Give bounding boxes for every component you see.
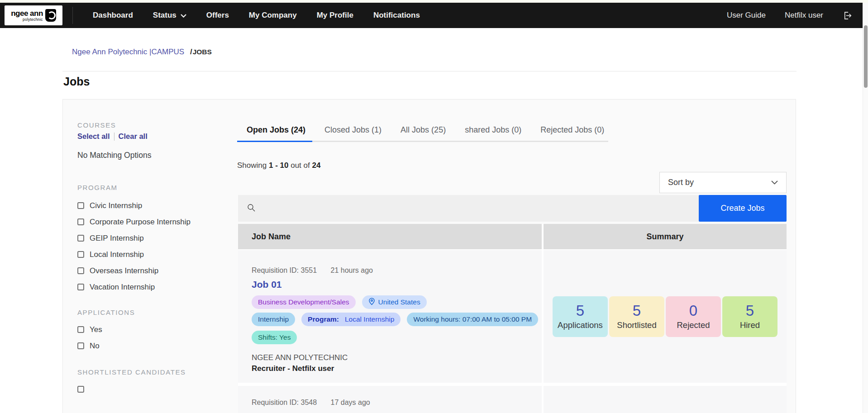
column-header-summary: Summary — [544, 224, 787, 249]
hired-count: 5 — [746, 303, 754, 319]
tab-track — [237, 141, 608, 142]
breadcrumb-root-link[interactable]: Ngee Ann Polytechnic |CAMPUS — [72, 47, 184, 56]
civic-internship-checkbox[interactable] — [77, 202, 84, 209]
courses-section-label: COURSES — [77, 121, 191, 129]
company-name: NGEE ANN POLYTECHNIC — [252, 353, 533, 362]
program-section-label: PROGRAM — [77, 184, 191, 191]
table-row: Requisition ID: 3548 17 days ago Content… — [238, 386, 787, 413]
shortlisted-card: 5 Shortlisted — [609, 296, 664, 337]
nav-item-my-company[interactable]: My Company — [249, 11, 297, 20]
program-option-geip: GEIP Internship — [77, 233, 191, 243]
navbar: ngee ann polytechnic Dashboard Status Of… — [0, 3, 868, 28]
results-count: Showing 1 - 10 out of 24 — [237, 161, 787, 170]
hired-card: 5 Hired — [722, 296, 777, 337]
nav-item-my-profile[interactable]: My Profile — [317, 11, 353, 20]
program-tag: Program: Local Internship — [301, 313, 401, 326]
location-tag: United States — [362, 295, 427, 309]
program-option-vacation: Vacation Internship — [77, 282, 191, 292]
nav-right: User Guide Netfilx user — [727, 11, 868, 20]
username-link[interactable]: Netfilx user — [785, 11, 823, 20]
applications-option-yes: Yes — [77, 324, 191, 335]
program-option-civic: Civic Internship — [77, 200, 191, 211]
job-search-box — [238, 195, 699, 222]
clear-all-link[interactable]: Clear all — [119, 132, 148, 141]
sort-by-dropdown[interactable]: Sort by — [659, 172, 787, 193]
logo-line1: ngee ann — [11, 9, 43, 17]
program-option-corporate: Corporate Purpose Internship — [77, 217, 191, 227]
logout-icon[interactable] — [842, 11, 852, 20]
applications-count: 5 — [576, 303, 584, 319]
rejected-card: 0 Rejected — [666, 296, 721, 337]
shortlisted-count: 5 — [633, 303, 641, 319]
summary-cards: 5 Applications 5 Shortlisted 0 Rejected — [553, 296, 777, 337]
rejected-count: 0 — [689, 303, 697, 319]
table-row: Requisition ID: 3551 21 hours ago Job 01… — [238, 250, 787, 383]
nav-divider — [72, 7, 73, 24]
chevron-down-icon — [181, 11, 186, 20]
jobs-tabs: Open Jobs (24) Closed Jobs (1) All Jobs … — [237, 121, 608, 142]
location-pin-icon — [368, 298, 375, 307]
program-option-overseas: Overseas Internship — [77, 266, 191, 276]
overseas-internship-checkbox[interactable] — [77, 267, 84, 274]
geip-internship-checkbox[interactable] — [77, 235, 84, 242]
job-title-link[interactable]: Content Creator — [252, 411, 324, 412]
local-internship-checkbox[interactable] — [77, 251, 84, 258]
sort-by-label: Sort by — [668, 178, 694, 187]
applications-option-no: No — [77, 341, 191, 351]
nav-item-notifications[interactable]: Notifications — [373, 11, 420, 20]
recruiter-name: Recruiter - Netfilx user — [252, 364, 533, 373]
scrollbar-thumb[interactable] — [864, 25, 868, 88]
vacation-internship-checkbox[interactable] — [77, 284, 84, 290]
search-row: Create Jobs — [238, 195, 787, 222]
shortlisted-option — [77, 384, 191, 394]
shortlisted-checkbox[interactable] — [77, 386, 84, 393]
tab-open-jobs[interactable]: Open Jobs (24) — [237, 121, 315, 141]
jobs-content: Open Jobs (24) Closed Jobs (1) All Jobs … — [237, 100, 787, 413]
courses-empty-message: No Matching Options — [77, 151, 191, 160]
tab-all-jobs[interactable]: All Jobs (25) — [391, 121, 455, 141]
user-guide-link[interactable]: User Guide — [727, 11, 766, 20]
page-title: Jobs — [63, 75, 90, 88]
requisition-id: Requisition ID: 3548 — [252, 399, 317, 406]
nav-item-status[interactable]: Status — [153, 11, 186, 20]
working-hours-tag: Working hours: 07:00 AM to 05:00 PM — [407, 313, 538, 326]
page-scrollbar — [863, 3, 868, 413]
applications-yes-checkbox[interactable] — [77, 326, 84, 333]
applications-card: 5 Applications — [553, 296, 608, 337]
nav-item-offers[interactable]: Offers — [206, 11, 229, 20]
table-header: Job Name Summary — [238, 224, 787, 249]
active-tab-indicator — [237, 141, 312, 142]
applications-section-label: APPLICATIONS — [77, 309, 191, 316]
filters-sidebar: COURSES Select all Clear all No Matching… — [77, 118, 191, 400]
main-nav: Dashboard Status Offers My Company My Pr… — [93, 11, 420, 20]
search-icon — [246, 203, 256, 214]
applications-no-checkbox[interactable] — [77, 342, 84, 349]
chevron-down-icon — [771, 180, 778, 185]
ngee-ann-logo[interactable]: ngee ann polytechnic — [5, 5, 62, 25]
column-header-job-name: Job Name — [238, 224, 542, 249]
job-type-tag: Internship — [252, 313, 295, 326]
breadcrumb: Ngee Ann Polytechnic |CAMPUS /JOBS — [72, 47, 212, 57]
corporate-purpose-internship-checkbox[interactable] — [77, 218, 84, 225]
logo-line2: polytechnic — [11, 18, 43, 22]
tab-rejected-jobs[interactable]: Rejected Jobs (0) — [531, 121, 614, 141]
create-jobs-button[interactable]: Create Jobs — [699, 195, 787, 222]
jobs-panel: COURSES Select all Clear all No Matching… — [62, 99, 796, 413]
breadcrumb-current: JOBS — [193, 48, 212, 56]
program-option-local: Local Internship — [77, 249, 191, 260]
posted-time: 21 hours ago — [331, 266, 373, 274]
jobs-table: Job Name Summary Requisition ID: 3551 21… — [238, 224, 787, 413]
tab-closed-jobs[interactable]: Closed Jobs (1) — [315, 121, 391, 141]
shortlisted-section-label: SHORTLISTED CANDIDATES — [77, 368, 191, 376]
nav-item-dashboard[interactable]: Dashboard — [93, 11, 133, 20]
job-title-link[interactable]: Job 01 — [252, 279, 282, 290]
breadcrumb-separator: / — [190, 47, 192, 56]
category-tag: Business Development/Sales — [252, 295, 356, 309]
header-divider — [62, 71, 796, 71]
logo-shield-icon — [45, 9, 56, 22]
tab-shared-jobs[interactable]: shared Jobs (0) — [455, 121, 531, 141]
search-input[interactable] — [256, 195, 699, 222]
requisition-id: Requisition ID: 3551 — [252, 266, 317, 274]
posted-time: 17 days ago — [331, 399, 370, 406]
select-all-link[interactable]: Select all — [77, 132, 110, 141]
